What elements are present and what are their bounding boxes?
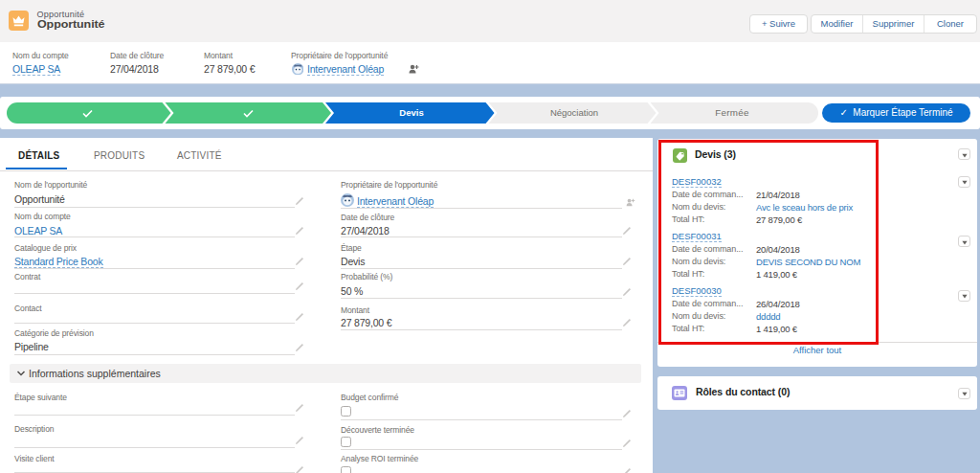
svg-text:Devis: Devis xyxy=(399,107,423,118)
svg-text:Fermée: Fermée xyxy=(715,107,749,118)
svg-text:Négociation: Négociation xyxy=(550,107,598,118)
